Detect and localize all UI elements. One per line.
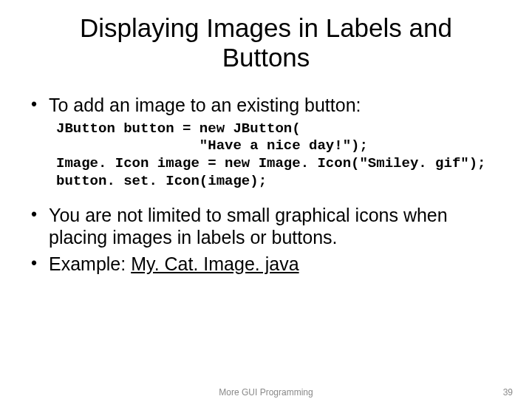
- footer-text: More GUI Programming: [0, 387, 532, 398]
- example-link: My. Cat. Image. java: [131, 253, 299, 274]
- code-block: JButton button = new JButton( "Have a ni…: [56, 120, 510, 191]
- slide: Displaying Images in Labels and Buttons …: [0, 0, 532, 399]
- slide-body: To add an image to an existing button:: [22, 94, 510, 116]
- page-number: 39: [503, 387, 513, 398]
- slide-title: Displaying Images in Labels and Buttons: [22, 13, 510, 73]
- bullet-1: To add an image to an existing button:: [30, 94, 510, 116]
- bullet-3: Example: My. Cat. Image. java: [30, 253, 510, 275]
- bullet-1-text: To add an image to an existing button:: [49, 95, 361, 115]
- bullet-2-text: You are not limited to small graphical i…: [49, 205, 448, 248]
- bullet-3-prefix: Example:: [49, 253, 131, 274]
- bullet-2: You are not limited to small graphical i…: [30, 204, 510, 248]
- slide-body-continued: You are not limited to small graphical i…: [22, 204, 510, 275]
